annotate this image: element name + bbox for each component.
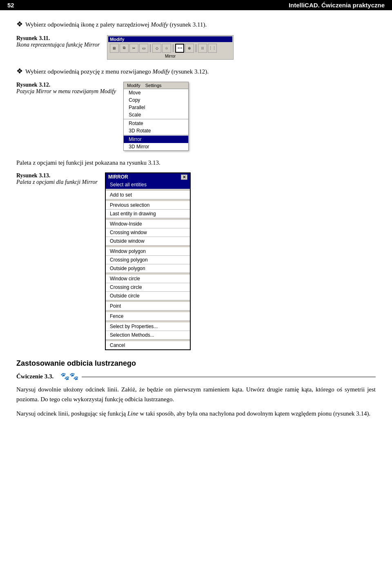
tb-icon-2[interactable]: ⧉ [120,44,129,53]
figure-312-num: Rysunek 3.12. [16,82,50,88]
mirror-dialog-title: MIRROR ✕ [106,173,190,181]
modify-toolbar: Modify ⊞ ⧉ ✂ ▭ ◇ ☆ ⟺ ⊕ ⁞⁞ ⋮⋮ M [107,35,234,60]
menu-item-mirror[interactable]: Mirror [124,136,188,143]
toolbar-title: Modify [108,36,232,42]
figure-312-section: Rysunek 3.12. Pozycja Mirror w menu rozw… [16,82,376,151]
mirror-item-addteset[interactable]: Add to set [106,191,190,199]
mirror-dialog: MIRROR ✕ Select all entities Add to set … [105,172,191,350]
figure-313-num: Rysunek 3.13. [16,172,50,179]
figure-313-label: Rysunek 3.13. Paleta z opcjami dla funkc… [16,172,98,186]
page-number: 52 [7,2,14,9]
tb-sep-3 [196,44,196,52]
exercise-icons: 🐾🐾 [60,372,78,381]
bullet-diamond-icon-2: ❖ [16,67,23,76]
section-heading: Zastosowanie odbicia lustrzanego [16,359,376,368]
menu-bar-modify[interactable]: Modify [125,83,143,88]
body-para-1: Narysuj dowolnie ułożony odcinek linii. … [16,385,376,404]
menu-sep-2 [124,135,188,135]
figure-313-image: MIRROR ✕ Select all entities Add to set … [105,172,191,350]
menu-item-copy[interactable]: Copy [124,96,188,104]
mirror-item-selectbyprops[interactable]: Select by Properties... [106,322,190,331]
menu-item-parallel[interactable]: Parallel [124,104,188,111]
mirror-item-wininside[interactable]: Window-Inside [106,220,190,228]
mirror-item-crosspoly[interactable]: Crossing polygon [106,256,190,264]
figure-312-image: Modify Settings Move Copy Parallel Scale… [123,82,189,151]
book-title: IntelliCAD. Ćwiczenia praktyczne [289,2,385,9]
menu-bar: Modify Settings [124,82,188,89]
bullet-diamond-icon: ❖ [16,20,23,29]
menu-item-3drotate[interactable]: 3D Rotate [124,127,188,134]
menu-item-scale[interactable]: Scale [124,111,188,118]
mirror-item-lastentity[interactable]: Last entity in drawing [106,210,190,218]
body-para-2-text2: w taki sposób, aby była ona nachylona po… [138,410,371,417]
tb-icon-8[interactable]: ⊕ [185,44,194,53]
figure-313-desc: Paleta z opcjami dla funkcji Mirror [16,179,98,185]
mirror-item-crosswin[interactable]: Crossing window [106,228,190,237]
tb-icon-4[interactable]: ▭ [139,44,148,53]
figure-311-desc: Ikona reprezentująca funkcję Mirror [16,42,100,48]
mirror-item-prevsel[interactable]: Previous selection [106,201,190,210]
mirror-item-outsidecircle[interactable]: Outside circle [106,292,190,300]
mirror-item-selectall[interactable]: Select all entities [106,181,190,189]
intro-bullet-2: ❖ Wybierz odpowiednią pozycję z menu roz… [16,67,376,76]
tb-icon-mirror[interactable]: ⟺ [175,44,184,53]
mirror-dialog-body: Select all entities Add to set Previous … [106,181,190,349]
intro-text-2: Wybierz odpowiednią pozycję z menu rozwi… [25,67,209,76]
body-para-2: Narysuj odcinek linii, posługując się fu… [16,409,376,418]
mirror-item-point[interactable]: Point [106,302,190,311]
mirror-dialog-close[interactable]: ✕ [181,174,187,180]
figure-311-image: Modify ⊞ ⧉ ✂ ▭ ◇ ☆ ⟺ ⊕ ⁞⁞ ⋮⋮ M [107,35,234,60]
menu-item-3dmirror[interactable]: 3D Mirror [124,143,188,150]
mirror-label: Mirror [108,54,232,58]
tb-icon-6[interactable]: ☆ [162,44,171,53]
body-para-1-text: Narysuj dowolnie ułożony odcinek linii. … [16,386,376,402]
modify-menu: Modify Settings Move Copy Parallel Scale… [123,82,189,151]
mirror-item-outsidepoly[interactable]: Outside polygon [106,264,190,273]
exercise-row: Ćwiczenie 3.3. 🐾🐾 [16,372,376,381]
menu-sep-1 [124,119,188,119]
mirror-item-crosscircle[interactable]: Crossing circle [106,283,190,292]
page-header: 52 IntelliCAD. Ćwiczenia praktyczne [0,0,392,10]
figure-312-label: Rysunek 3.12. Pozycja Mirror w menu rozw… [16,82,116,95]
mirror-item-fence[interactable]: Fence [106,312,190,321]
tb-sep-2 [173,44,174,52]
mirror-item-winpoly[interactable]: Window polygon [106,247,190,256]
tb-icon-3[interactable]: ✂ [129,44,138,53]
body-para-2-text1: Narysuj odcinek linii, posługując się fu… [16,410,127,417]
tb-icon-9[interactable]: ⁞⁞ [198,44,207,53]
mirror-item-selmethods[interactable]: Selection Methods... [106,331,190,340]
tb-icon-10[interactable]: ⋮⋮ [208,44,217,53]
exercise-line [82,377,376,377]
figure-311-num: Rysunek 3.11. [16,35,50,41]
toolbar-icons-row: ⊞ ⧉ ✂ ▭ ◇ ☆ ⟺ ⊕ ⁞⁞ ⋮⋮ [108,43,232,54]
menu-item-move[interactable]: Move [124,89,188,96]
mirror-item-cancel[interactable]: Cancel [106,341,190,349]
figure-313-section: Rysunek 3.13. Paleta z opcjami dla funkc… [16,172,376,350]
menu-item-rotate[interactable]: Rotate [124,120,188,127]
body-para-2-italic: Line [127,410,138,417]
page-content: ❖ Wybierz odpowiednią ikonę z palety nar… [0,10,392,440]
menu-bar-settings[interactable]: Settings [143,83,164,88]
tb-icon-5[interactable]: ◇ [152,44,161,53]
figure-311-label: Rysunek 3.11. Ikona reprezentująca funkc… [16,35,100,48]
mirror-dialog-title-text: MIRROR [108,174,128,180]
exercise-label: Ćwiczenie 3.3. [16,373,57,380]
intro-text-1: Wybierz odpowiednią ikonę z palety narzę… [25,20,207,29]
mirror-item-outsidewin[interactable]: Outside window [106,237,190,246]
tb-sep-1 [150,44,151,52]
mirror-item-wincircle[interactable]: Window circle [106,275,190,283]
figure-311-section: Rysunek 3.11. Ikona reprezentująca funkc… [16,35,376,60]
palette-text: Paleta z opcjami tej funkcji jest pokaza… [16,158,376,168]
intro-bullet-1: ❖ Wybierz odpowiednią ikonę z palety nar… [16,20,376,29]
tb-icon-1[interactable]: ⊞ [110,44,119,53]
figure-312-desc: Pozycja Mirror w menu rozwijanym Modify [16,88,116,94]
